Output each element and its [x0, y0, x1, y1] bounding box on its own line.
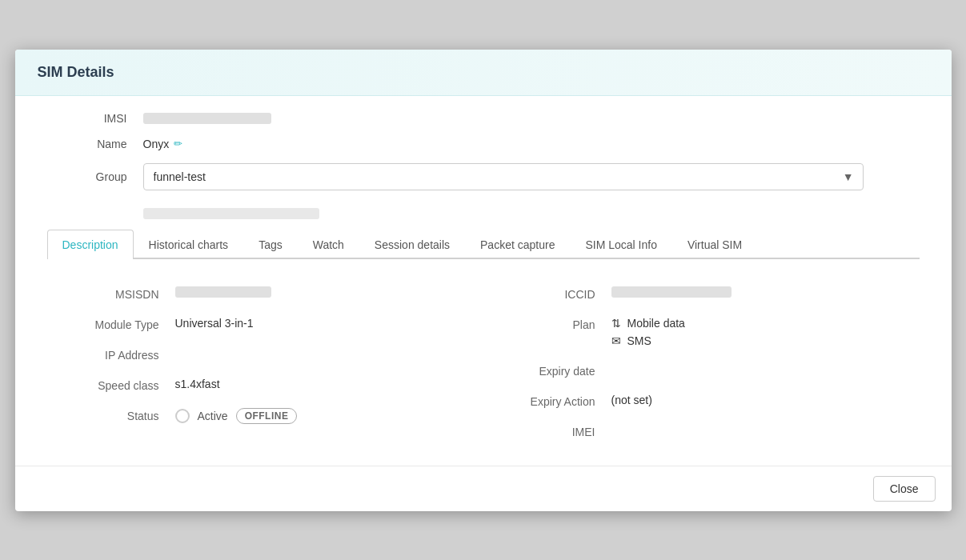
group-label: Group: [47, 170, 143, 183]
modal-header: SIM Details: [15, 50, 952, 96]
imei-row: IMEI: [483, 416, 920, 446]
group-select[interactable]: funnel-test default test-group: [143, 163, 864, 190]
plan-items: ⇅ Mobile data ✉ SMS: [611, 317, 685, 347]
modal-title: SIM Details: [38, 64, 929, 81]
plan-row: Plan ⇅ Mobile data ✉ SMS: [483, 309, 920, 355]
name-value-text: Onyx: [143, 138, 170, 150]
offline-badge: OFFLINE: [236, 408, 298, 424]
imei-label: IMEI: [499, 424, 611, 438]
sms-icon: ✉: [611, 334, 621, 347]
speed-class-row: Speed class s1.4xfast: [47, 370, 483, 400]
desc-right-col: ICCID Plan ⇅ Mobile data: [483, 278, 920, 446]
expiry-action-label: Expiry Action: [499, 394, 611, 408]
mobile-data-label: Mobile data: [627, 317, 685, 330]
tab-historical-charts[interactable]: Historical charts: [134, 230, 244, 259]
tab-tags[interactable]: Tags: [243, 230, 298, 259]
speed-class-value: s1.4xfast: [175, 378, 220, 390]
status-row: Status Active OFFLINE: [47, 400, 483, 432]
name-label: Name: [47, 138, 143, 150]
description-grid: MSISDN Module Type Universal 3-in-1 IP A…: [47, 278, 920, 446]
status-circle-icon: [175, 409, 190, 423]
sim-details-modal: SIM Details IMSI Name Onyx ✏ Group: [15, 50, 952, 511]
tab-watch[interactable]: Watch: [298, 230, 359, 259]
iccid-label: ICCID: [499, 286, 611, 301]
expiry-date-row: Expiry date: [483, 355, 920, 386]
status-active-label: Active: [198, 410, 228, 422]
imsi-label: IMSI: [47, 112, 143, 125]
iccid-row: ICCID: [483, 278, 920, 309]
mobile-data-icon: ⇅: [611, 317, 621, 330]
name-edit-icon[interactable]: ✏: [174, 138, 182, 150]
tab-session-details[interactable]: Session details: [359, 230, 465, 259]
imsi-value-placeholder: [143, 113, 271, 124]
desc-left-col: MSISDN Module Type Universal 3-in-1 IP A…: [47, 278, 483, 446]
msisdn-row: MSISDN: [47, 278, 483, 309]
expiry-date-label: Expiry date: [499, 363, 611, 378]
imsi-field-row: IMSI: [47, 112, 920, 125]
module-type-row: Module Type Universal 3-in-1: [47, 309, 483, 339]
tabs-bar: Description Historical charts Tags Watch…: [47, 230, 920, 259]
modal-footer: Close: [15, 466, 952, 511]
plan-label: Plan: [499, 317, 611, 331]
module-type-value: Universal 3-in-1: [175, 317, 254, 330]
tab-packet-capture[interactable]: Packet capture: [465, 230, 570, 259]
modal-overlay: SIM Details IMSI Name Onyx ✏ Group: [0, 0, 966, 560]
plan-item-mobile-data: ⇅ Mobile data: [611, 317, 685, 330]
ip-address-label: IP Address: [63, 347, 175, 362]
name-field-row: Name Onyx ✏: [47, 138, 920, 150]
description-content: MSISDN Module Type Universal 3-in-1 IP A…: [47, 259, 920, 466]
status-label: Status: [63, 408, 175, 422]
name-value-container: Onyx ✏: [143, 138, 183, 150]
tab-virtual-sim[interactable]: Virtual SIM: [672, 230, 757, 259]
expiry-action-row: Expiry Action (not set): [483, 386, 920, 416]
speed-class-label: Speed class: [63, 378, 175, 392]
ip-address-row: IP Address: [47, 339, 483, 370]
sms-label: SMS: [627, 334, 651, 347]
iccid-value: [611, 286, 732, 298]
save-placeholder-bar: [143, 208, 319, 219]
close-button[interactable]: Close: [873, 476, 936, 502]
modal-body: IMSI Name Onyx ✏ Group funnel-test defau…: [15, 96, 952, 466]
group-select-wrapper: funnel-test default test-group ▼: [143, 163, 864, 190]
msisdn-value: [175, 286, 271, 298]
group-field-row: Group funnel-test default test-group ▼: [47, 163, 920, 190]
module-type-label: Module Type: [63, 317, 175, 331]
tab-sim-local-info[interactable]: SIM Local Info: [570, 230, 672, 259]
expiry-action-value: (not set): [611, 394, 652, 406]
status-value-container: Active OFFLINE: [175, 408, 298, 424]
msisdn-label: MSISDN: [63, 286, 175, 301]
tab-description[interactable]: Description: [47, 230, 134, 259]
plan-item-sms: ✉ SMS: [611, 334, 685, 347]
